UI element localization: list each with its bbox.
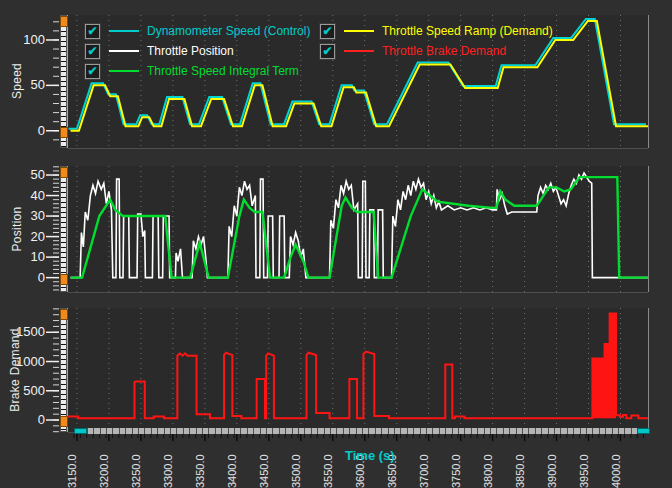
legend-line-sample: [109, 30, 139, 32]
x-tick-label: 3950.0: [578, 444, 591, 488]
y-tick-label: 100: [0, 33, 45, 47]
x-tick-label: 3450.0: [258, 444, 271, 488]
y-axis-slider-handle-bottom[interactable]: [60, 416, 68, 427]
y-tick-label: 50: [0, 78, 45, 92]
legend-row: ✔ Throttle Brake Demand: [320, 43, 506, 59]
x-tick-label: 3850.0: [514, 444, 527, 488]
x-tick-label: 3350.0: [194, 444, 207, 488]
y-axis-slider[interactable]: [60, 308, 67, 432]
y-axis-title-brake-demand: Brake Demand: [8, 328, 22, 412]
y-tick-label: 50: [0, 168, 45, 182]
y-tick-label: 40: [0, 189, 45, 203]
legend-label: Dynamometer Speed (Control): [147, 24, 310, 38]
x-tick-label: 3750.0: [450, 444, 463, 488]
y-tick-label: 20: [0, 230, 45, 244]
x-scrollbar-handle-right[interactable]: [637, 428, 650, 434]
legend-line-sample: [344, 50, 374, 52]
legend-label: Throttle Brake Demand: [382, 44, 506, 58]
legend-line-sample: [109, 70, 139, 72]
x-tick-label: 3550.0: [322, 444, 335, 488]
x-tick-label: 3300.0: [162, 444, 175, 488]
x-tick-label: 3200.0: [98, 444, 111, 488]
y-tick-label: 500: [0, 384, 45, 398]
y-axis-slider-handle-top[interactable]: [60, 309, 68, 320]
x-tick-label: 3800.0: [482, 444, 495, 488]
legend-row: ✔ Throttle Speed Ramp (Demand): [320, 23, 553, 39]
legend-row: ✔ Throttle Position: [85, 43, 234, 59]
legend-row: ✔ Dynamometer Speed (Control): [85, 23, 310, 39]
legend-line-sample: [344, 30, 374, 32]
x-scrollbar-handle-left[interactable]: [74, 428, 87, 434]
x-tick-label: 3500.0: [290, 444, 303, 488]
y-axis-slider-handle-bottom[interactable]: [60, 274, 68, 285]
y-tick-label: 0: [0, 413, 45, 427]
legend-checkbox-dynamometer-speed[interactable]: ✔: [85, 24, 100, 39]
y-tick-label: 30: [0, 209, 45, 223]
y-tick-label: 10: [0, 250, 45, 264]
legend-checkbox-integral-term[interactable]: ✔: [85, 64, 100, 79]
y-tick-label: 0: [0, 124, 45, 138]
x-tick-label: 3700.0: [418, 444, 431, 488]
legend-checkbox-brake-demand[interactable]: ✔: [320, 44, 335, 59]
legend-row: ✔ Throttle Speed Integral Term: [85, 63, 299, 79]
x-axis-title: Time (s): [345, 448, 395, 463]
plot-window: Speed Position Brake Demand ✔ Dynamomete…: [0, 0, 672, 488]
x-axis-scrollbar-track[interactable]: [74, 428, 650, 434]
legend-checkbox-throttle-position[interactable]: ✔: [85, 44, 100, 59]
x-tick-label: 3900.0: [546, 444, 559, 488]
legend-label: Throttle Speed Ramp (Demand): [382, 24, 553, 38]
x-tick-label: 3400.0: [226, 444, 239, 488]
x-tick-label: 3250.0: [130, 444, 143, 488]
y-axis-slider-handle-bottom[interactable]: [60, 127, 68, 138]
legend-label: Throttle Position: [147, 44, 234, 58]
legend-label: Throttle Speed Integral Term: [147, 64, 299, 78]
legend-checkbox-speed-ramp[interactable]: ✔: [320, 24, 335, 39]
x-tick-label: 3150.0: [66, 444, 79, 488]
x-tick-label: 4000.0: [610, 444, 623, 488]
y-tick-label: 1500: [0, 325, 45, 339]
y-axis-slider-handle-top[interactable]: [60, 167, 68, 178]
y-tick-label: 0: [0, 271, 45, 285]
y-axis-slider-handle-top[interactable]: [60, 16, 68, 27]
legend-line-sample: [109, 50, 139, 52]
y-tick-label: 1000: [0, 355, 45, 369]
